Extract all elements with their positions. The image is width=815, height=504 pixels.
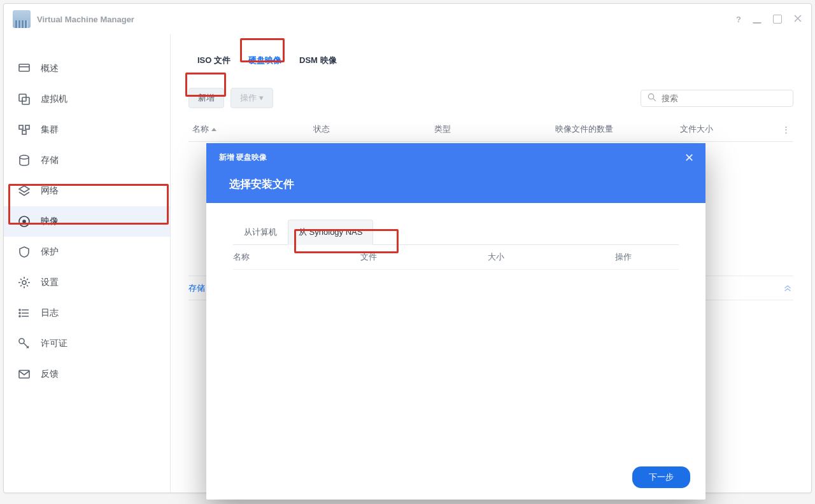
svg-rect-5	[22, 130, 26, 134]
dialog-breadcrumb: 新增 硬盘映像	[219, 152, 693, 163]
dialog-close-icon[interactable]: ✕	[684, 151, 694, 165]
network-icon	[18, 185, 31, 197]
table-header: 名称 状态 类型 映像文件的数量 文件大小 ⋮	[188, 123, 793, 142]
col-count[interactable]: 映像文件的数量	[551, 123, 676, 135]
sidebar-item-settings[interactable]: 设置	[4, 267, 170, 298]
chevron-down-icon: ▾	[259, 93, 264, 102]
dcol-file: 文件	[360, 251, 488, 263]
sidebar-item-label: 日志	[41, 307, 59, 319]
sidebar-item-overview[interactable]: 概述	[4, 53, 170, 84]
svg-rect-4	[25, 125, 29, 129]
sidebar-item-label: 集群	[41, 124, 59, 136]
sidebar-item-feedback[interactable]: 反馈	[4, 359, 170, 389]
source-tabs: 从计算机 从 Synology NAS	[233, 220, 679, 245]
sidebar-item-label: 存储	[41, 155, 59, 166]
col-status[interactable]: 状态	[309, 123, 430, 135]
sidebar-item-license[interactable]: 许可证	[4, 328, 170, 359]
svg-rect-0	[19, 64, 29, 71]
app-icon	[13, 10, 31, 28]
chevron-collapse-icon	[782, 281, 793, 295]
svg-point-15	[648, 94, 653, 99]
storage-label: 存储	[188, 283, 205, 294]
vm-icon	[18, 93, 31, 106]
search-icon	[648, 93, 656, 104]
mail-icon	[18, 368, 31, 381]
sidebar-item-cluster[interactable]: 集群	[4, 115, 170, 145]
gear-icon	[18, 276, 31, 289]
sidebar-item-protect[interactable]: 保护	[4, 237, 170, 267]
overview-icon	[18, 62, 31, 75]
svg-point-13	[19, 339, 24, 344]
sidebar-item-label: 概述	[41, 63, 59, 74]
tab-iso[interactable]: ISO 文件	[188, 52, 239, 69]
operations-button[interactable]: 操作 ▾	[230, 88, 273, 108]
dialog-title: 选择安装文件	[229, 177, 693, 192]
sidebar-item-vm[interactable]: 虚拟机	[4, 84, 170, 115]
app-title: Virtual Machine Manager	[37, 15, 134, 24]
svg-rect-3	[19, 125, 23, 129]
svg-point-12	[19, 316, 20, 317]
svg-point-6	[20, 155, 29, 159]
ops-label: 操作	[240, 93, 257, 102]
add-button[interactable]: 新增	[188, 88, 224, 108]
tab-from-computer[interactable]: 从计算机	[233, 220, 288, 245]
sidebar-item-label: 映像	[41, 216, 59, 227]
storage-icon	[18, 154, 31, 167]
more-columns-icon[interactable]: ⋮	[778, 123, 793, 135]
sidebar-item-label: 许可证	[41, 338, 67, 349]
sidebar: 概述 虚拟机 集群 存储 网络 映像 保护 设置 日志 许可证 反馈	[4, 34, 171, 493]
maximize-icon[interactable]	[773, 15, 782, 24]
col-size[interactable]: 文件大小	[676, 123, 778, 135]
shield-icon	[18, 246, 31, 258]
sidebar-item-label: 虚拟机	[41, 94, 67, 105]
list-icon	[18, 307, 31, 319]
dialog-table-header: 名称 文件 大小 操作	[233, 245, 679, 270]
search-box[interactable]	[641, 90, 793, 107]
svg-point-9	[22, 281, 26, 284]
col-type[interactable]: 类型	[430, 123, 551, 135]
dcol-size: 大小	[488, 251, 615, 263]
sidebar-item-network[interactable]: 网络	[4, 176, 170, 206]
next-button[interactable]: 下一步	[632, 466, 690, 488]
sort-asc-icon	[211, 128, 216, 131]
sidebar-item-label: 网络	[41, 185, 59, 197]
sidebar-item-storage[interactable]: 存储	[4, 145, 170, 176]
image-icon	[18, 215, 31, 228]
tab-disk-image[interactable]: 硬盘映像	[239, 52, 290, 69]
image-tabs: ISO 文件 硬盘映像 DSM 映像	[188, 52, 793, 69]
dcol-name: 名称	[233, 251, 360, 263]
add-image-dialog: 新增 硬盘映像 ✕ 选择安装文件 从计算机 从 Synology NAS 名称 …	[206, 143, 705, 500]
sidebar-item-logs[interactable]: 日志	[4, 298, 170, 328]
titlebar: Virtual Machine Manager ?	[4, 4, 811, 34]
sidebar-item-label: 设置	[41, 277, 59, 288]
search-input[interactable]	[662, 94, 786, 103]
tab-from-nas[interactable]: 从 Synology NAS	[288, 220, 373, 245]
tab-dsm[interactable]: DSM 映像	[290, 52, 346, 69]
dcol-ops: 操作	[615, 251, 679, 263]
minimize-icon[interactable]	[753, 15, 762, 24]
sidebar-item-label: 保护	[41, 246, 59, 258]
sidebar-item-label: 反馈	[41, 368, 59, 380]
close-icon[interactable]	[793, 14, 802, 25]
svg-point-11	[19, 312, 20, 314]
help-icon[interactable]: ?	[736, 15, 741, 24]
svg-point-8	[23, 220, 25, 223]
svg-point-10	[19, 309, 20, 311]
cluster-icon	[18, 123, 31, 136]
key-icon	[18, 337, 31, 350]
col-name[interactable]: 名称	[188, 123, 309, 135]
sidebar-item-image[interactable]: 映像	[4, 206, 170, 237]
